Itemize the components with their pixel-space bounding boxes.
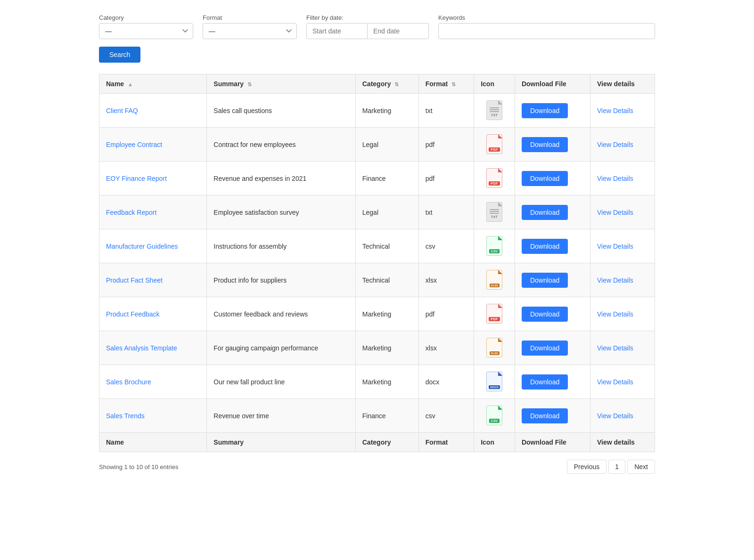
sort-name-icon: ▲ (128, 81, 133, 87)
col-download: Download File (515, 74, 590, 94)
download-button[interactable]: Download (522, 408, 568, 423)
cell-summary: Contract for new employees (207, 128, 355, 162)
view-details-link[interactable]: View Details (597, 412, 633, 420)
col-view-details: View details (590, 74, 655, 94)
cell-download: Download (515, 331, 590, 365)
showing-text: Showing 1 to 10 of 10 entries (99, 463, 178, 471)
footer-col-category: Category (355, 433, 418, 452)
cell-summary: Revenue over time (207, 399, 355, 433)
cell-category: Legal (355, 195, 418, 229)
footer-col-name: Name (99, 433, 207, 452)
cell-category: Technical (355, 229, 418, 263)
pagination: Previous 1 Next (567, 460, 655, 474)
download-button[interactable]: Download (522, 205, 568, 220)
cell-format: csv (418, 229, 474, 263)
cell-summary: Instructions for assembly (207, 229, 355, 263)
table-row: Client FAQ Sales call questions Marketin… (99, 94, 655, 128)
cell-view-details: View Details (590, 263, 655, 297)
cell-download: Download (515, 399, 590, 433)
name-link[interactable]: Product Feedback (106, 310, 160, 318)
table-row: Product Fact Sheet Product info for supp… (99, 263, 655, 297)
cell-summary: Customer feedback and reviews (207, 297, 355, 331)
sort-summary-icon: ⇅ (247, 81, 252, 88)
file-icon-txt: TXT (485, 99, 504, 121)
download-button[interactable]: Download (522, 307, 568, 322)
date-label: Filter by date: (306, 14, 429, 21)
download-button[interactable]: Download (522, 341, 568, 356)
next-button[interactable]: Next (627, 460, 655, 474)
cell-name: Product Feedback (99, 297, 207, 331)
keywords-label: Keywords (438, 14, 655, 21)
name-link[interactable]: Sales Trends (106, 412, 145, 420)
cell-view-details: View Details (590, 195, 655, 229)
cell-download: Download (515, 229, 590, 263)
file-icon-docx: DOCX (485, 371, 504, 392)
cell-summary: Sales call questions (207, 94, 355, 128)
view-details-link[interactable]: View Details (597, 209, 633, 216)
cell-category: Marketing (355, 297, 418, 331)
view-details-link[interactable]: View Details (597, 175, 633, 182)
cell-download: Download (515, 297, 590, 331)
cell-name: Client FAQ (99, 94, 207, 128)
cell-format: txt (418, 94, 474, 128)
view-details-link[interactable]: View Details (597, 310, 633, 318)
cell-icon: TXT (474, 195, 515, 229)
page-number[interactable]: 1 (608, 460, 625, 474)
cell-summary: For gauging campaign performance (207, 331, 355, 365)
keywords-input[interactable] (438, 23, 655, 39)
cell-summary: Revenue and expenses in 2021 (207, 162, 355, 195)
name-link[interactable]: Manufacturer Guidelines (106, 243, 178, 250)
view-details-link[interactable]: View Details (597, 243, 633, 250)
category-select[interactable]: — Marketing Legal Finance Technical (99, 23, 193, 39)
view-details-link[interactable]: View Details (597, 344, 633, 352)
name-link[interactable]: Sales Brochure (106, 378, 151, 386)
cell-icon: CSV (474, 229, 515, 263)
format-select[interactable]: — txt pdf csv xlsx docx (203, 23, 297, 39)
end-date-input[interactable] (368, 23, 429, 39)
file-icon-csv: CSV (485, 405, 504, 426)
cell-name: Employee Contract (99, 128, 207, 162)
col-format[interactable]: Format ⇅ (418, 74, 474, 94)
col-name[interactable]: Name ▲ (99, 74, 207, 94)
cell-download: Download (515, 263, 590, 297)
cell-name: EOY Finance Report (99, 162, 207, 195)
cell-download: Download (515, 195, 590, 229)
file-icon-csv: CSV (485, 235, 504, 257)
name-link[interactable]: Feedback Report (106, 209, 156, 216)
view-details-link[interactable]: View Details (597, 107, 633, 114)
cell-format: xlsx (418, 331, 474, 365)
col-icon: Icon (474, 74, 515, 94)
download-button[interactable]: Download (522, 239, 568, 254)
category-label: Category (99, 14, 193, 21)
name-link[interactable]: Client FAQ (106, 107, 138, 114)
cell-icon: XLS5 (474, 263, 515, 297)
table-row: Manufacturer Guidelines Instructions for… (99, 229, 655, 263)
name-link[interactable]: Sales Analysis Template (106, 344, 177, 352)
cell-view-details: View Details (590, 128, 655, 162)
file-icon-pdf: PDF (485, 167, 504, 189)
download-button[interactable]: Download (522, 374, 568, 390)
download-button[interactable]: Download (522, 171, 568, 186)
footer-col-icon: Icon (474, 433, 515, 452)
name-link[interactable]: Product Fact Sheet (106, 276, 163, 284)
view-details-link[interactable]: View Details (597, 378, 633, 386)
prev-button[interactable]: Previous (567, 460, 606, 474)
cell-format: pdf (418, 162, 474, 195)
cell-icon: PDF (474, 128, 515, 162)
view-details-link[interactable]: View Details (597, 276, 633, 284)
view-details-link[interactable]: View Details (597, 141, 633, 148)
name-link[interactable]: Employee Contract (106, 141, 162, 148)
col-summary[interactable]: Summary ⇅ (207, 74, 355, 94)
download-button[interactable]: Download (522, 273, 568, 288)
search-button[interactable]: Search (99, 47, 140, 63)
sort-format-icon: ⇅ (451, 81, 456, 88)
cell-icon: XLS5 (474, 331, 515, 365)
download-button[interactable]: Download (522, 137, 568, 152)
format-label: Format (203, 14, 297, 21)
download-button[interactable]: Download (522, 103, 568, 118)
col-category[interactable]: Category ⇅ (355, 74, 418, 94)
cell-summary: Our new fall product line (207, 365, 355, 399)
start-date-input[interactable] (306, 23, 368, 39)
name-link[interactable]: EOY Finance Report (106, 175, 167, 182)
file-icon-xlsx: XLS5 (485, 269, 504, 291)
